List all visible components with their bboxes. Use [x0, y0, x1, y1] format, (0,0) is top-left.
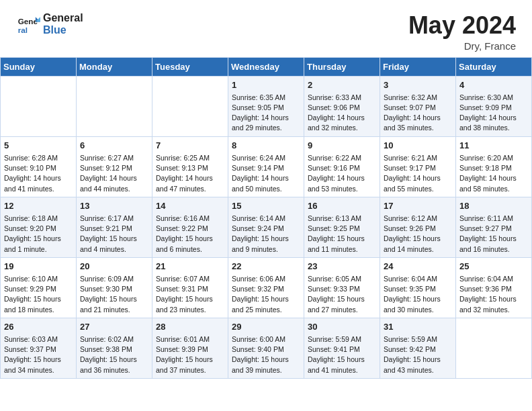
day-number: 23 [308, 261, 376, 273]
calendar-cell: 19Sunrise: 6:10 AM Sunset: 9:29 PM Dayli… [1, 257, 77, 318]
day-info: Sunrise: 6:06 AM Sunset: 9:32 PM Dayligh… [232, 274, 300, 315]
calendar-cell: 10Sunrise: 6:21 AM Sunset: 9:17 PM Dayli… [380, 136, 456, 197]
day-header-saturday: Saturday [456, 57, 532, 76]
day-info: Sunrise: 6:35 AM Sunset: 9:05 PM Dayligh… [232, 93, 300, 134]
day-number: 10 [384, 140, 452, 152]
calendar-cell: 27Sunrise: 6:02 AM Sunset: 9:38 PM Dayli… [77, 318, 152, 378]
day-number: 9 [308, 140, 376, 152]
calendar-cell: 29Sunrise: 6:00 AM Sunset: 9:40 PM Dayli… [228, 318, 304, 378]
day-number: 29 [232, 321, 300, 333]
calendar-week-5: 26Sunrise: 6:03 AM Sunset: 9:37 PM Dayli… [1, 318, 532, 378]
calendar-cell: 11Sunrise: 6:20 AM Sunset: 9:18 PM Dayli… [456, 136, 532, 197]
day-number: 13 [80, 200, 148, 212]
day-info: Sunrise: 6:03 AM Sunset: 9:37 PM Dayligh… [4, 334, 73, 375]
day-number: 30 [308, 321, 376, 333]
day-info: Sunrise: 6:04 AM Sunset: 9:36 PM Dayligh… [459, 274, 528, 315]
day-info: Sunrise: 6:22 AM Sunset: 9:16 PM Dayligh… [308, 153, 376, 194]
day-info: Sunrise: 6:10 AM Sunset: 9:29 PM Dayligh… [4, 274, 73, 315]
calendar-cell: 4Sunrise: 6:30 AM Sunset: 9:09 PM Daylig… [456, 76, 532, 136]
calendar-cell: 20Sunrise: 6:09 AM Sunset: 9:30 PM Dayli… [77, 257, 152, 318]
svg-text:Gene: Gene [18, 17, 38, 26]
month-year: May 2024 [408, 12, 516, 39]
calendar-cell: 30Sunrise: 5:59 AM Sunset: 9:41 PM Dayli… [304, 318, 380, 378]
svg-text:ral: ral [18, 26, 28, 34]
calendar-cell [456, 318, 532, 378]
day-number: 17 [384, 200, 452, 212]
calendar-cell: 5Sunrise: 6:28 AM Sunset: 9:10 PM Daylig… [1, 136, 77, 197]
day-number: 11 [459, 140, 528, 152]
logo-line2: Blue [43, 24, 66, 36]
day-info: Sunrise: 6:28 AM Sunset: 9:10 PM Dayligh… [4, 153, 73, 194]
day-number: 25 [459, 261, 528, 273]
day-info: Sunrise: 5:59 AM Sunset: 9:41 PM Dayligh… [308, 334, 376, 375]
day-number: 24 [384, 261, 452, 273]
calendar-table: SundayMondayTuesdayWednesdayThursdayFrid… [0, 57, 532, 379]
day-number: 4 [459, 79, 528, 91]
logo: Gene ral General Blue [16, 12, 83, 36]
calendar-cell: 2Sunrise: 6:33 AM Sunset: 9:06 PM Daylig… [304, 76, 380, 136]
calendar-cell: 12Sunrise: 6:18 AM Sunset: 9:20 PM Dayli… [1, 197, 77, 257]
day-number: 3 [384, 79, 452, 91]
day-info: Sunrise: 6:17 AM Sunset: 9:21 PM Dayligh… [80, 214, 148, 255]
day-header-thursday: Thursday [304, 57, 380, 76]
day-number: 8 [232, 140, 300, 152]
day-info: Sunrise: 6:21 AM Sunset: 9:17 PM Dayligh… [384, 153, 452, 194]
calendar-cell: 14Sunrise: 6:16 AM Sunset: 9:22 PM Dayli… [152, 197, 228, 257]
logo-text: General Blue [43, 12, 83, 36]
calendar-cell: 16Sunrise: 6:13 AM Sunset: 9:25 PM Dayli… [304, 197, 380, 257]
day-number: 15 [232, 200, 300, 212]
day-info: Sunrise: 6:13 AM Sunset: 9:25 PM Dayligh… [308, 214, 376, 255]
calendar-cell [1, 76, 77, 136]
day-info: Sunrise: 6:33 AM Sunset: 9:06 PM Dayligh… [308, 93, 376, 134]
day-number: 22 [232, 261, 300, 273]
day-number: 2 [308, 79, 376, 91]
day-info: Sunrise: 6:11 AM Sunset: 9:27 PM Dayligh… [459, 214, 528, 255]
calendar-cell: 28Sunrise: 6:01 AM Sunset: 9:39 PM Dayli… [152, 318, 228, 378]
day-info: Sunrise: 6:24 AM Sunset: 9:14 PM Dayligh… [232, 153, 300, 194]
day-info: Sunrise: 6:14 AM Sunset: 9:24 PM Dayligh… [232, 214, 300, 255]
day-info: Sunrise: 6:02 AM Sunset: 9:38 PM Dayligh… [80, 334, 148, 375]
day-info: Sunrise: 6:00 AM Sunset: 9:40 PM Dayligh… [232, 334, 300, 375]
calendar-cell: 24Sunrise: 6:04 AM Sunset: 9:35 PM Dayli… [380, 257, 456, 318]
calendar-cell: 1Sunrise: 6:35 AM Sunset: 9:05 PM Daylig… [228, 76, 304, 136]
calendar-cell: 8Sunrise: 6:24 AM Sunset: 9:14 PM Daylig… [228, 136, 304, 197]
day-number: 16 [308, 200, 376, 212]
title-block: May 2024 Dry, France [408, 12, 516, 52]
day-header-wednesday: Wednesday [228, 57, 304, 76]
day-number: 18 [459, 200, 528, 212]
calendar-cell: 31Sunrise: 5:59 AM Sunset: 9:42 PM Dayli… [380, 318, 456, 378]
day-header-sunday: Sunday [1, 57, 77, 76]
day-header-friday: Friday [380, 57, 456, 76]
day-info: Sunrise: 6:30 AM Sunset: 9:09 PM Dayligh… [459, 93, 528, 134]
day-number: 14 [156, 200, 224, 212]
day-number: 5 [4, 140, 73, 152]
calendar-cell: 6Sunrise: 6:27 AM Sunset: 9:12 PM Daylig… [77, 136, 152, 197]
day-info: Sunrise: 6:04 AM Sunset: 9:35 PM Dayligh… [384, 274, 452, 315]
day-number: 7 [156, 140, 224, 152]
calendar-cell: 21Sunrise: 6:07 AM Sunset: 9:31 PM Dayli… [152, 257, 228, 318]
day-info: Sunrise: 6:32 AM Sunset: 9:07 PM Dayligh… [384, 93, 452, 134]
calendar-week-4: 19Sunrise: 6:10 AM Sunset: 9:29 PM Dayli… [1, 257, 532, 318]
day-number: 1 [232, 79, 300, 91]
day-number: 20 [80, 261, 148, 273]
calendar-cell [77, 76, 152, 136]
day-info: Sunrise: 6:01 AM Sunset: 9:39 PM Dayligh… [156, 334, 224, 375]
logo-icon: Gene ral [16, 12, 40, 36]
calendar-cell: 23Sunrise: 6:05 AM Sunset: 9:33 PM Dayli… [304, 257, 380, 318]
day-info: Sunrise: 6:20 AM Sunset: 9:18 PM Dayligh… [459, 153, 528, 194]
calendar-cell: 25Sunrise: 6:04 AM Sunset: 9:36 PM Dayli… [456, 257, 532, 318]
day-info: Sunrise: 6:09 AM Sunset: 9:30 PM Dayligh… [80, 274, 148, 315]
calendar-cell: 17Sunrise: 6:12 AM Sunset: 9:26 PM Dayli… [380, 197, 456, 257]
day-info: Sunrise: 6:27 AM Sunset: 9:12 PM Dayligh… [80, 153, 148, 194]
day-number: 26 [4, 321, 73, 333]
calendar-cell: 13Sunrise: 6:17 AM Sunset: 9:21 PM Dayli… [77, 197, 152, 257]
day-number: 12 [4, 200, 73, 212]
day-info: Sunrise: 6:16 AM Sunset: 9:22 PM Dayligh… [156, 214, 224, 255]
day-info: Sunrise: 6:07 AM Sunset: 9:31 PM Dayligh… [156, 274, 224, 315]
calendar-cell: 22Sunrise: 6:06 AM Sunset: 9:32 PM Dayli… [228, 257, 304, 318]
logo-line1: General [43, 12, 83, 24]
day-number: 6 [80, 140, 148, 152]
calendar-week-1: 1Sunrise: 6:35 AM Sunset: 9:05 PM Daylig… [1, 76, 532, 136]
calendar-week-3: 12Sunrise: 6:18 AM Sunset: 9:20 PM Dayli… [1, 197, 532, 257]
day-number: 19 [4, 261, 73, 273]
